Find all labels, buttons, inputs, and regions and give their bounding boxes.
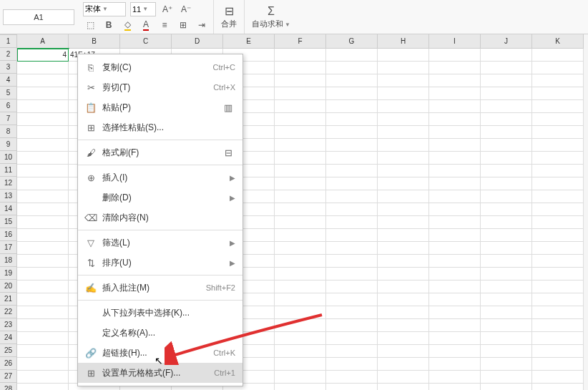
cell[interactable]: [481, 229, 532, 242]
cell[interactable]: [275, 190, 326, 203]
row-header[interactable]: 3: [0, 61, 17, 74]
cell[interactable]: [326, 113, 378, 126]
cell[interactable]: [481, 306, 532, 319]
cell[interactable]: [17, 62, 69, 74]
row-header[interactable]: 13: [0, 190, 17, 203]
cell[interactable]: [378, 100, 429, 113]
cell[interactable]: [378, 384, 429, 390]
cell[interactable]: [275, 332, 326, 345]
menu-delete[interactable]: 删除(D) ▶: [78, 187, 242, 208]
cell[interactable]: [17, 87, 69, 100]
cell[interactable]: [378, 74, 429, 87]
cell[interactable]: [378, 319, 429, 332]
column-header[interactable]: K: [532, 34, 584, 49]
menu-sort[interactable]: ⇅ 排序(U) ▶: [78, 253, 242, 273]
cell[interactable]: [429, 152, 481, 165]
cell[interactable]: [481, 281, 532, 293]
bold-icon[interactable]: B: [102, 18, 116, 32]
menu-insert[interactable]: ⊕ 插入(I) ▶: [78, 167, 242, 187]
cell[interactable]: [326, 126, 378, 139]
column-header[interactable]: C: [120, 34, 172, 49]
cell[interactable]: [275, 384, 326, 390]
cell[interactable]: [481, 319, 532, 332]
border-icon[interactable]: ⊞: [176, 18, 190, 32]
column-header[interactable]: J: [481, 34, 532, 49]
cell[interactable]: [275, 113, 326, 126]
row-header[interactable]: 17: [0, 241, 17, 254]
decrease-font-icon[interactable]: A⁻: [179, 2, 193, 16]
cell[interactable]: [326, 255, 378, 268]
column-header[interactable]: B: [69, 34, 120, 49]
cell[interactable]: [326, 293, 378, 306]
row-header[interactable]: 12: [0, 177, 17, 190]
cell[interactable]: [481, 74, 532, 87]
cell[interactable]: [429, 384, 481, 390]
row-header[interactable]: 14: [0, 203, 17, 215]
cell[interactable]: [481, 384, 532, 390]
cell[interactable]: [429, 49, 481, 62]
cell[interactable]: [532, 242, 584, 255]
cell[interactable]: [532, 177, 584, 190]
cell[interactable]: [17, 203, 69, 216]
cell[interactable]: [275, 229, 326, 242]
cell[interactable]: [378, 165, 429, 177]
cell[interactable]: [429, 345, 481, 358]
row-header[interactable]: 4: [0, 74, 17, 87]
cell[interactable]: [481, 139, 532, 152]
cell[interactable]: [532, 268, 584, 281]
row-header[interactable]: 20: [0, 280, 17, 293]
cell[interactable]: [275, 293, 326, 306]
cell[interactable]: [326, 268, 378, 281]
cell[interactable]: [429, 293, 481, 306]
menu-copy[interactable]: ⎘ 复制(C) Ctrl+C: [78, 57, 242, 77]
menu-clear[interactable]: ⌫ 清除内容(N): [78, 208, 242, 228]
cell[interactable]: [378, 113, 429, 126]
column-header[interactable]: A: [17, 34, 69, 49]
cell[interactable]: [275, 306, 326, 319]
cell[interactable]: [17, 190, 69, 203]
row-header[interactable]: 11: [0, 164, 17, 177]
row-header[interactable]: 25: [0, 344, 17, 357]
cell[interactable]: [378, 190, 429, 203]
menu-paste-special[interactable]: ⊞ 选择性粘贴(S)...: [78, 117, 242, 137]
cell[interactable]: [17, 126, 69, 139]
cell[interactable]: [532, 358, 584, 371]
cell[interactable]: [275, 139, 326, 152]
cell[interactable]: [532, 139, 584, 152]
cell[interactable]: [275, 100, 326, 113]
cell[interactable]: [532, 165, 584, 177]
cell[interactable]: [532, 49, 584, 62]
cell[interactable]: [481, 345, 532, 358]
cell[interactable]: [481, 332, 532, 345]
fill-color-icon[interactable]: ◇: [120, 18, 134, 32]
cell[interactable]: [429, 281, 481, 293]
cell[interactable]: [326, 100, 378, 113]
cell[interactable]: [429, 306, 481, 319]
cell[interactable]: [378, 139, 429, 152]
cell[interactable]: [17, 281, 69, 293]
row-header[interactable]: 15: [0, 215, 17, 228]
cell[interactable]: [17, 242, 69, 255]
cell[interactable]: [275, 345, 326, 358]
cell[interactable]: [326, 229, 378, 242]
cell[interactable]: [326, 332, 378, 345]
cell[interactable]: [275, 371, 326, 384]
cell[interactable]: [378, 242, 429, 255]
column-header[interactable]: D: [172, 34, 223, 49]
cell[interactable]: [378, 255, 429, 268]
cell[interactable]: [275, 126, 326, 139]
cell[interactable]: [378, 332, 429, 345]
cell[interactable]: [429, 332, 481, 345]
cell[interactable]: [532, 229, 584, 242]
cell[interactable]: [326, 216, 378, 229]
cell[interactable]: [481, 358, 532, 371]
row-header[interactable]: 19: [0, 267, 17, 280]
cell[interactable]: [429, 255, 481, 268]
row-header[interactable]: 5: [0, 87, 17, 99]
cell[interactable]: [17, 319, 69, 332]
cell[interactable]: [378, 371, 429, 384]
cell[interactable]: [17, 229, 69, 242]
cell[interactable]: [17, 216, 69, 229]
cell[interactable]: [429, 319, 481, 332]
name-box[interactable]: A1: [3, 9, 74, 25]
